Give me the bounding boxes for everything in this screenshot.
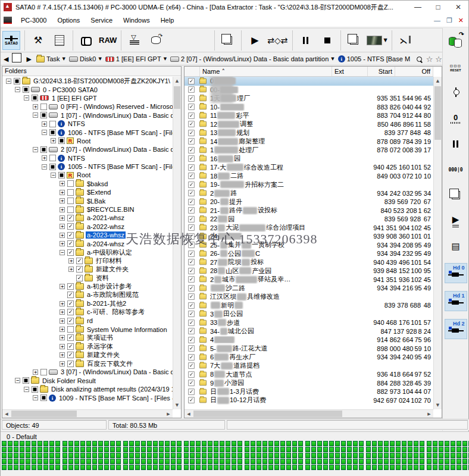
tree-checkbox[interactable]	[32, 95, 38, 101]
tree-checkbox[interactable]	[49, 164, 56, 170]
expand-icon[interactable]	[42, 121, 47, 127]
tree-item[interactable]: c-可研、陪标等参考	[2, 308, 173, 317]
maximize-button[interactable]: □	[428, 1, 448, 13]
file-checkbox[interactable]	[188, 285, 194, 291]
expand-icon[interactable]	[51, 138, 56, 143]
tree-item[interactable]: a-市政院制图规范	[2, 291, 173, 299]
select-all-column-header[interactable]	[185, 67, 200, 76]
tree-checkbox[interactable]	[67, 309, 74, 315]
file-checkbox[interactable]	[188, 139, 194, 145]
tree-item[interactable]: a-2021-whsz	[2, 214, 173, 222]
tree-item[interactable]: 1 [EE] EFI GPT	[2, 94, 173, 102]
tree-item[interactable]: G:\2024\3.18-邵ST2000DM008开盘ZK20KJY1\	[2, 77, 173, 85]
collapse-icon[interactable]	[15, 87, 20, 92]
file-row[interactable]: 12调整850 486 89611 58	[185, 120, 433, 129]
tree-checkbox[interactable]	[67, 180, 74, 187]
reset-button[interactable]: ▫▫▫ RESET	[446, 58, 466, 76]
file-checkbox[interactable]	[188, 363, 194, 369]
sector-step-button[interactable]: 000|0	[446, 161, 466, 178]
tree-checkbox[interactable]	[67, 300, 74, 307]
tree-item[interactable]: 资料	[2, 274, 173, 282]
tree-item[interactable]: i1005 - NTFS [Base MFT Scan] - [Files - …	[2, 162, 173, 171]
collapse-icon[interactable]	[24, 95, 29, 101]
file-checkbox[interactable]	[188, 164, 194, 170]
tree-item[interactable]: a-2022-whsz	[2, 223, 173, 231]
tree-item[interactable]: a-初步设计参考	[2, 282, 173, 290]
tree-item[interactable]: $baksd	[2, 180, 173, 188]
file-checkbox[interactable]	[188, 268, 194, 274]
file-checkbox[interactable]	[188, 173, 194, 179]
file-checkbox[interactable]	[188, 320, 194, 325]
menu-options[interactable]: Options	[52, 14, 85, 27]
map-build-button[interactable]: ⇄◇⇄	[267, 31, 287, 50]
expand-icon[interactable]	[60, 327, 65, 332]
mdi-restore-button[interactable]: ❐	[446, 17, 452, 24]
stack-settings-button[interactable]: ▤	[446, 237, 466, 255]
expand-icon[interactable]	[60, 207, 65, 212]
file-row[interactable]: 江汉区坝具维修改造	[185, 293, 433, 302]
file-checkbox[interactable]	[188, 294, 194, 300]
tree-item[interactable]: System Volume Information	[2, 325, 173, 333]
column-header-ext[interactable]: Ext	[332, 67, 368, 76]
expand-icon[interactable]	[60, 233, 65, 238]
tree-checkbox[interactable]	[58, 137, 65, 144]
expand-icon[interactable]	[33, 104, 38, 109]
tree-checkbox[interactable]	[67, 361, 74, 367]
menu-service[interactable]: Service	[85, 14, 118, 27]
menu-windows[interactable]: Windows	[118, 14, 155, 27]
tree-item[interactable]: RRoot	[2, 171, 173, 179]
back-button[interactable]: ◀	[1, 55, 11, 63]
file-row[interactable]: 27院坝投标940 439 496101 54	[185, 258, 433, 267]
file-checkbox[interactable]	[188, 277, 194, 283]
collapse-icon[interactable]	[51, 173, 56, 178]
tree-item[interactable]: RRoot	[2, 137, 173, 145]
close-button[interactable]: ✕	[448, 1, 468, 13]
mdi-close-button[interactable]: ✕	[458, 17, 464, 24]
file-row[interactable]: 21-路停设投标840 523 2081 62	[185, 206, 433, 215]
folders-horizontal-scrollbar[interactable]: ◀▶	[2, 409, 173, 418]
collapse-icon[interactable]	[33, 395, 38, 400]
expand-icon[interactable]	[60, 241, 65, 246]
file-checkbox[interactable]	[188, 208, 194, 214]
tree-checkbox[interactable]	[67, 292, 74, 298]
file-row[interactable]: 28山区产业园939 848 152100 95	[185, 267, 433, 275]
filter-button[interactable]	[126, 31, 143, 50]
search-button[interactable]	[77, 31, 95, 50]
tree-item[interactable]: 0 [FF] - (Windows) Reserved - Microsoft …	[2, 102, 173, 111]
file-row[interactable]: 33步道940 468 176101 57	[185, 318, 433, 327]
tree-checkbox[interactable]	[49, 121, 56, 127]
tree-item[interactable]: i1009 - NTFS [Base MFT Scan] - [Files - …	[2, 393, 173, 402]
file-row[interactable]: 10-883 826 04044 92	[185, 103, 433, 112]
expand-icon[interactable]	[60, 344, 65, 349]
column-header-off[interactable]: Off	[395, 67, 433, 76]
file-row[interactable]: 2路934 242 03295 34	[185, 189, 433, 198]
tree-item[interactable]: $Extend	[2, 188, 173, 196]
file-row[interactable]: 日1-3月话费882 973 10444 07	[185, 387, 433, 396]
file-row[interactable]: 19-升招标方案二	[185, 180, 433, 189]
tree-checkbox[interactable]	[67, 283, 74, 290]
export-data-button[interactable]	[219, 31, 237, 50]
file-row[interactable]: 3田公园	[185, 310, 433, 319]
file-row[interactable]: 0	[185, 77, 433, 86]
task-log-button[interactable]	[51, 31, 68, 50]
collapse-icon[interactable]	[33, 112, 38, 118]
breadcrumb-partition1[interactable]: 1 [EE] EFI GPT ▼	[105, 55, 167, 62]
copy-database-button[interactable]	[446, 33, 466, 51]
forward-button[interactable]: ▶	[23, 55, 34, 63]
tree-item[interactable]: $RECYCLE.BIN	[2, 205, 173, 214]
collapse-icon[interactable]	[42, 130, 47, 135]
file-checkbox[interactable]	[188, 104, 194, 110]
file-checkbox[interactable]	[188, 181, 194, 187]
tree-item[interactable]: rd	[2, 317, 173, 325]
head-positioning-button[interactable]	[446, 84, 466, 102]
breadcrumb-partition2[interactable]: 2 [07] - (Windows/Linux) Data - Basic da…	[170, 55, 334, 62]
tree-item[interactable]: 2 [07] - (Windows/Linux) Data - Basic da…	[2, 145, 173, 154]
tree-checkbox[interactable]	[76, 275, 83, 281]
file-checkbox[interactable]	[188, 250, 194, 256]
file-checkbox[interactable]	[188, 302, 194, 308]
pause-button[interactable]	[297, 31, 315, 50]
image-task-button[interactable]	[147, 31, 165, 50]
file-checkbox[interactable]	[188, 199, 194, 205]
file-checkbox[interactable]	[188, 346, 194, 352]
file-row[interactable]: 20-提升839 569 72067	[185, 198, 433, 206]
